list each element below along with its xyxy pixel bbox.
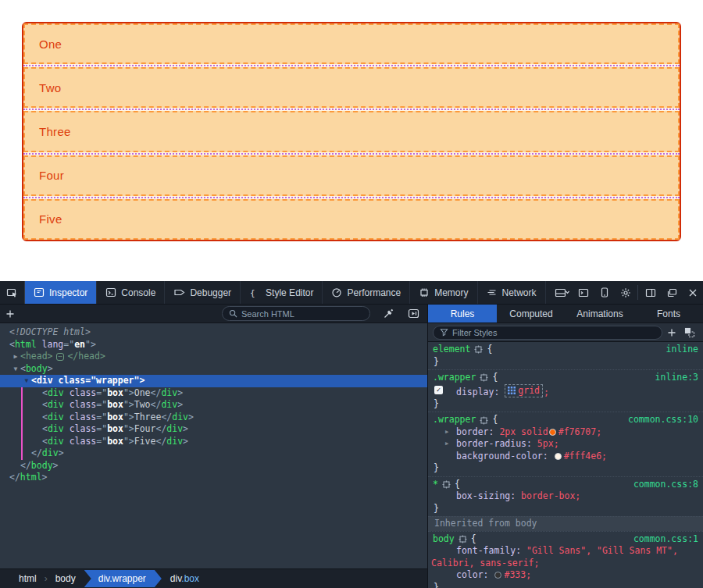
expand-shorthand-icon[interactable]: ▶ [445,426,448,439]
highlight-target-icon[interactable] [474,345,483,354]
tab-memory[interactable]: Memory [410,281,477,304]
highlight-target-icon[interactable] [480,373,488,382]
markup-line[interactable]: <html lang="en"> [0,339,427,351]
color-swatch[interactable] [549,429,556,436]
grid-highlighter-toggle[interactable]: grid [505,384,543,398]
expand-shorthand-icon[interactable]: ▶ [445,438,448,451]
code-token: class [64,436,97,447]
css-declaration[interactable]: ▶border: 2px solid#f76707; [428,426,703,439]
markup-line[interactable]: </body> [0,460,427,472]
markup-line[interactable]: <div class="box">Two</div> [0,399,427,412]
sidebar-toggle-button[interactable] [640,281,661,304]
pick-element-button[interactable] [0,281,25,304]
split-console-icon [578,288,589,298]
markup-line[interactable]: <div class="box">Three</div> [0,412,427,424]
open-brace: { [492,372,498,384]
tab-fonts[interactable]: Fonts [634,305,703,323]
css-declaration[interactable]: ✓display: grid; [428,384,703,398]
code-token: lang [37,339,64,350]
rule-source-link[interactable]: inline [666,344,698,356]
rule-selector[interactable]: element [433,344,470,356]
code-token: Five [134,436,156,447]
tab-computed[interactable]: Computed [497,305,566,323]
tab-debugger[interactable]: Debugger [165,281,241,304]
color-swatch[interactable] [555,453,562,460]
css-declaration[interactable]: color: #333; [428,569,703,582]
filter-styles-input[interactable] [452,328,655,337]
color-swatch[interactable] [494,572,501,579]
responsive-mode-button[interactable] [594,281,615,304]
tab-style-editor[interactable]: { } Style Editor [241,281,323,304]
code-token: div [166,423,183,434]
code-token: box [107,436,123,447]
settings-button[interactable] [615,281,636,304]
rule-source-link[interactable]: common.css:10 [628,414,698,426]
markup-line[interactable]: <!DOCTYPE html> [0,326,427,339]
rule-selector[interactable]: .wrapper [433,414,476,426]
code-token: box [107,412,123,422]
highlight-target-icon[interactable] [459,535,467,543]
breadcrumb-html[interactable]: html [11,573,45,584]
markup-line[interactable]: ▼<body> [0,363,427,376]
markup-line[interactable]: ▶<head>⋯</head> [0,351,427,363]
code-token: < [42,412,48,422]
rule-selector[interactable]: body [433,533,455,546]
separate-window-button[interactable] [661,281,682,304]
slow-motion-button[interactable] [405,308,422,319]
add-rule-icon[interactable] [667,328,676,337]
add-node-button[interactable] [0,309,20,319]
css-declaration[interactable]: ▶border-radius: 5px; [428,438,703,451]
code-token: class [64,412,97,422]
css-declaration[interactable]: box-sizing: border-box; [428,490,703,503]
toggle-classes-icon[interactable] [684,327,695,338]
code-token: > [183,423,188,434]
highlight-target-icon[interactable] [442,480,451,489]
tab-rules[interactable]: Rules [428,305,497,323]
tab-network[interactable]: Network [478,281,546,304]
markup-line[interactable]: <div class="box">Five</div> [0,436,427,448]
grid-box-two: Two [23,67,680,108]
filter-styles-box[interactable] [433,326,662,340]
rule-source-link[interactable]: inline:3 [655,372,698,384]
property-name: font-family: [456,545,526,556]
code-token: =" [96,436,107,447]
css-declaration[interactable]: font-family: "Gill Sans", "Gill Sans MT"… [428,545,703,569]
rule-selector[interactable]: .wrapper [433,372,476,384]
declaration-checkbox[interactable]: ✓ [434,386,443,394]
rule-source-link[interactable]: common.css:1 [633,533,698,546]
markup-line[interactable]: <div class="box">Four</div> [0,423,427,436]
breadcrumb-div-wrapper[interactable]: div.wrapper [84,570,162,587]
split-console-button[interactable] [573,281,594,304]
tab-console[interactable]: Console [97,281,165,304]
breadcrumb-div-box[interactable]: div.box [162,573,207,584]
markup-line[interactable]: ▼<div class="wrapper"> [0,375,427,387]
css-declaration[interactable]: background-color: #fff4e6; [428,451,703,463]
close-devtools-button[interactable] [682,281,703,304]
tab-inspector[interactable]: Inspector [25,281,97,304]
grid-box-three: Three [23,111,680,151]
twisty-expanded-icon[interactable]: ▼ [22,375,31,387]
markup-line[interactable]: </div> [0,447,427,460]
open-brace: { [487,344,492,356]
code-token: </ [151,399,162,410]
twisty-collapsed-icon[interactable]: ▶ [11,351,20,363]
code-token: Two [134,399,151,410]
search-html-box[interactable] [222,306,370,321]
code-token: body [26,363,48,374]
breadcrumb-body[interactable]: body [48,573,84,584]
tab-animations[interactable]: Animations [566,305,634,323]
property-name: border: [456,426,499,437]
rule-source-link[interactable]: common.css:8 [633,479,698,491]
markup-line[interactable]: <div class="box">One</div> [0,387,427,400]
code-token: =" [63,339,74,350]
highlight-target-icon[interactable] [480,416,488,425]
eyedropper-button[interactable] [380,308,397,319]
tab-performance[interactable]: Performance [323,281,410,304]
code-token: < [9,339,15,350]
search-input[interactable] [241,309,363,319]
rule-selector[interactable]: * [433,479,438,491]
twisty-expanded-icon[interactable]: ▼ [11,363,20,376]
markup-line[interactable]: </html> [0,472,427,484]
dock-options-button[interactable] [551,281,573,304]
debugger-icon [173,287,185,298]
